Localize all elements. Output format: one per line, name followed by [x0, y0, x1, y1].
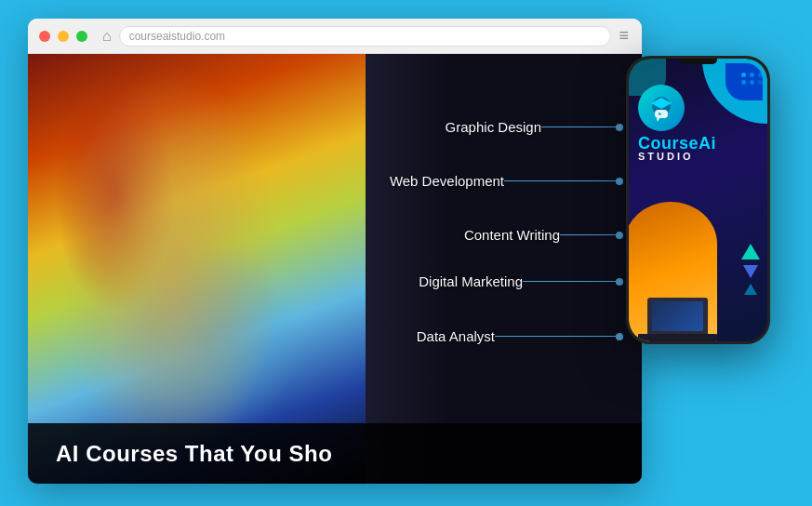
dot-6	[758, 80, 763, 85]
circuit-line-web-dev	[504, 180, 616, 182]
laptop-screen	[652, 301, 703, 331]
circuit-dot-web-dev	[616, 178, 623, 185]
phone-notch	[680, 59, 717, 64]
phone-triangles	[741, 244, 760, 295]
course-item-web-dev: Web Development	[390, 173, 623, 189]
circuit-line-data-analyst	[495, 336, 616, 338]
courseai-name: CourseAi	[638, 135, 716, 152]
dot-5	[750, 80, 754, 85]
browser-toolbar: ⌂ courseaistudio.com ≡	[28, 19, 642, 54]
phone-logo: CourseAi STUDIO	[638, 85, 716, 162]
bottom-banner: AI Courses That You Sho	[28, 423, 642, 484]
circuit-dot-digital-marketing	[616, 278, 623, 286]
browser-dot-red[interactable]	[39, 31, 50, 42]
circuit-line-content-writing	[560, 234, 616, 236]
circuit-dot-content-writing	[616, 232, 623, 239]
courseai-logo-icon	[638, 85, 685, 131]
svg-marker-3	[657, 118, 659, 122]
course-label-graphic-design: Graphic Design	[446, 119, 541, 135]
menu-icon[interactable]: ≡	[619, 26, 631, 46]
course-item-content-writing: Content Writing	[464, 227, 623, 243]
course-item-digital-marketing: Digital Marketing	[419, 273, 623, 289]
course-label-digital-marketing: Digital Marketing	[419, 273, 523, 289]
triangle-down-1	[743, 265, 758, 278]
dot-2	[750, 73, 754, 77]
banner-text: AI Courses That You Sho	[56, 441, 332, 467]
circuit-line-graphic-design	[541, 126, 616, 128]
course-label-content-writing: Content Writing	[464, 227, 560, 243]
course-label-data-analyst: Data Analyst	[417, 328, 495, 344]
triangle-up-1	[741, 244, 760, 260]
home-icon[interactable]: ⌂	[102, 28, 112, 45]
address-text: courseaistudio.com	[129, 30, 225, 43]
browser-window: ⌂ courseaistudio.com ≡ Graphic Design	[28, 19, 642, 484]
dot-pattern	[741, 73, 764, 85]
laptop-base	[638, 334, 717, 341]
course-label-web-dev: Web Development	[390, 173, 504, 189]
course-item-data-analyst: Data Analyst	[417, 328, 623, 344]
phone: CourseAi STUDIO	[626, 56, 770, 344]
browser-content: Graphic Design Web Development Content W…	[28, 54, 642, 484]
phone-laptop	[647, 298, 708, 337]
browser-dot-yellow[interactable]	[58, 31, 69, 42]
dot-4	[741, 80, 746, 85]
circuit-dot-graphic-design	[616, 124, 623, 131]
scene: ⌂ courseaistudio.com ≡ Graphic Design	[0, 0, 812, 506]
course-list: Graphic Design Web Development Content W…	[304, 54, 642, 484]
courseai-studio: STUDIO	[638, 152, 716, 162]
triangle-up-2	[744, 284, 757, 295]
phone-screen: CourseAi STUDIO	[629, 59, 767, 341]
circuit-dot-data-analyst	[616, 333, 623, 340]
dot-1	[741, 73, 746, 77]
address-bar[interactable]: courseaistudio.com	[119, 26, 612, 47]
phone-logo-text: CourseAi STUDIO	[638, 135, 716, 162]
dot-3	[758, 73, 763, 77]
course-item-graphic-design: Graphic Design	[446, 119, 623, 135]
circuit-line-digital-marketing	[523, 281, 616, 283]
courseai-logo-svg	[647, 94, 675, 122]
browser-dot-green[interactable]	[76, 31, 87, 42]
